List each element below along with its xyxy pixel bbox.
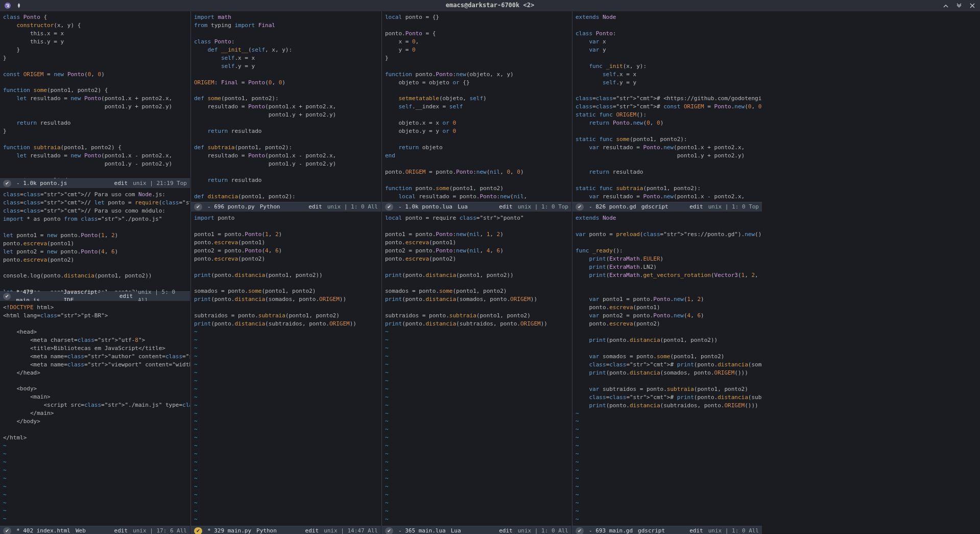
code-ponto-lua[interactable]: local ponto = {} ponto.Ponto = { x = 0, … [382, 11, 571, 202]
modeline-edit: edit [499, 527, 513, 534]
modeline-ponto-js: ✔ - 1.0k ponto.js edit unix | 21:19 Top [0, 178, 190, 188]
editor-grid: class Ponto { constructor(x, y) { this.x… [0, 11, 980, 533]
modeline-main-js: ✔ * 479 main.js Javascript-IDE edit unix… [0, 291, 190, 301]
vcs-indicator-icon: ✔ [194, 203, 202, 211]
code-main-py[interactable]: import ponto ponto1 = ponto.Ponto(1, 2) … [191, 212, 381, 526]
modeline-file: - 696 ponto.py [207, 203, 255, 211]
pane-ponto-py[interactable]: import math from typing import Final cla… [191, 11, 381, 212]
modeline-file: - 1.0k ponto.lua [398, 203, 452, 211]
modeline-ponto-gd: ✔ - 826 ponto.gd gdscript edit unix | 1:… [572, 202, 762, 212]
vcs-indicator-icon: ✔ [3, 293, 11, 300]
emacs-icon [4, 2, 11, 9]
modeline-index-html: ✔ * 402 index.html Web edit unix | 17: 6… [0, 526, 190, 534]
modeline-mode: Lua [451, 527, 461, 534]
modeline-file: * 479 main.js [16, 288, 58, 301]
window-titlebar: emacs@darkstar-6700k <2> [0, 0, 980, 11]
modeline-main-gd: ✔ - 693 main.gd gdscript edit unix | 1: … [572, 526, 762, 534]
code-ponto-js[interactable]: class Ponto { constructor(x, y) { this.x… [0, 11, 190, 178]
modeline-pos: unix | 14:47 All [324, 527, 378, 534]
modeline-pos: unix | 1: 0 All [708, 527, 759, 534]
pane-ponto-js[interactable]: class Ponto { constructor(x, y) { this.x… [0, 11, 190, 188]
code-main-gd[interactable]: extends Node var ponto = preload(class="… [572, 212, 762, 526]
vcs-indicator-icon: ✔ [385, 203, 393, 211]
vcs-indicator-icon: ✔ [576, 527, 584, 534]
modeline-main-lua: ✔ - 365 main.lua Lua edit unix | 1: 0 Al… [382, 526, 571, 534]
maximize-icon[interactable] [955, 2, 963, 9]
modeline-mode: Python [256, 527, 277, 534]
modeline-edit: edit [308, 203, 322, 211]
pane-main-py[interactable]: import ponto ponto1 = ponto.Ponto(1, 2) … [191, 212, 381, 534]
vcs-indicator-icon: ✔ [194, 527, 202, 534]
modeline-pos: unix | 21:19 Top [133, 179, 187, 188]
code-ponto-gd[interactable]: extends Node class Ponto: var x var y fu… [572, 11, 762, 202]
vcs-indicator-icon: ✔ [3, 527, 11, 534]
code-ponto-py[interactable]: import math from typing import Final cla… [191, 11, 381, 202]
vcs-indicator-icon: ✔ [385, 527, 393, 534]
modeline-main-py: ✔ * 329 main.py Python edit unix | 14:47… [191, 526, 381, 534]
vcs-indicator-icon: ✔ [3, 180, 11, 187]
modeline-file: - 826 ponto.gd [589, 203, 636, 211]
modeline-pos: unix | 1: 0 Top [518, 203, 568, 211]
modeline-mode: Web [76, 527, 86, 534]
modeline-file: - 693 main.gd [589, 527, 633, 534]
modeline-mode: Python [260, 203, 280, 211]
close-icon[interactable] [969, 2, 976, 9]
modeline-edit: edit [499, 203, 513, 211]
code-main-js[interactable]: class=class="str">"cmt">// Para uso com … [0, 189, 190, 291]
modeline-edit: edit [114, 527, 128, 534]
modeline-pos: unix | 1: 0 All [518, 527, 568, 534]
modeline-ponto-lua: ✔ - 1.0k ponto.lua Lua edit unix | 1: 0 … [382, 202, 571, 212]
modeline-mode: Lua [458, 203, 468, 211]
modeline-mode: gdscript [641, 203, 668, 211]
pane-main-gd[interactable]: extends Node var ponto = preload(class="… [572, 212, 762, 534]
vcs-indicator-icon: ✔ [576, 203, 584, 211]
modeline-pos: unix | 5: 0 All [138, 288, 187, 301]
modeline-file: - 365 main.lua [398, 527, 446, 534]
modeline-pos: unix | 1: 0 All [327, 203, 378, 211]
modeline-edit: edit [114, 179, 128, 188]
code-main-lua[interactable]: local ponto = require class="str">"ponto… [382, 212, 571, 526]
pane-main-js[interactable]: class=class="str">"cmt">// Para uso com … [0, 189, 190, 301]
modeline-ponto-py: ✔ - 696 ponto.py Python edit unix | 1: 0… [191, 202, 381, 212]
modeline-file: - 1.0k ponto.js [16, 179, 67, 188]
minimize-icon[interactable] [942, 2, 949, 9]
pane-index-html[interactable]: <!DOCTYPE html> <html lang=class="str">"… [0, 301, 190, 534]
modeline-pos: unix | 17: 6 All [133, 527, 187, 534]
modeline-edit: edit [689, 203, 703, 211]
modeline-mode: Javascript-IDE [63, 288, 109, 301]
pane-ponto-gd[interactable]: extends Node class Ponto: var x var y fu… [572, 11, 762, 212]
pane-ponto-lua[interactable]: local ponto = {} ponto.Ponto = { x = 0, … [382, 11, 571, 212]
modeline-edit: edit [119, 292, 133, 300]
modeline-pos: unix | 1: 0 Top [708, 203, 759, 211]
modeline-edit: edit [689, 527, 703, 534]
pane-main-lua[interactable]: local ponto = require class="str">"ponto… [382, 212, 571, 534]
pin-icon[interactable] [15, 2, 22, 9]
modeline-file: * 402 index.html [16, 527, 70, 534]
code-index-html[interactable]: <!DOCTYPE html> <html lang=class="str">"… [0, 301, 190, 526]
modeline-file: * 329 main.py [207, 527, 251, 534]
modeline-edit: edit [305, 527, 319, 534]
window-title: emacs@darkstar-6700k <2> [446, 1, 534, 10]
modeline-mode: gdscript [638, 527, 665, 534]
